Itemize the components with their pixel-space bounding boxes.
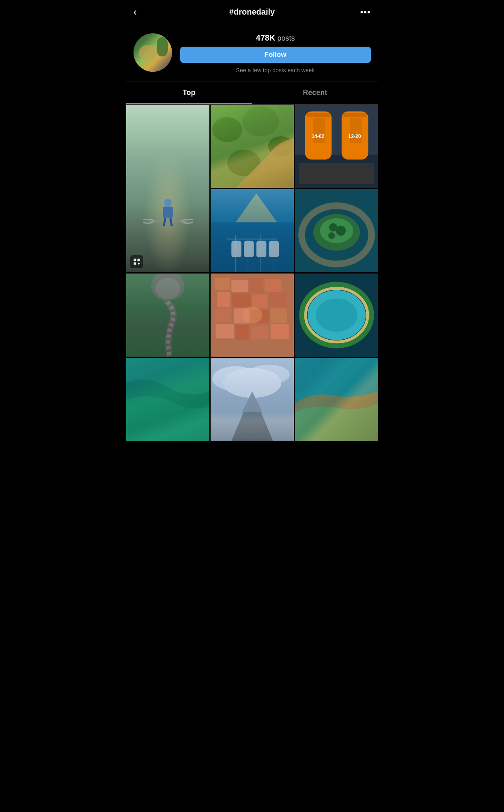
lagoon-illustration	[295, 274, 378, 357]
svg-rect-2	[134, 263, 136, 265]
svg-point-13	[212, 117, 242, 142]
svg-rect-38	[256, 241, 266, 257]
menu-button[interactable]: •••	[355, 7, 371, 17]
svg-rect-57	[232, 293, 250, 307]
grid-item-8[interactable]	[295, 274, 378, 357]
svg-rect-66	[251, 326, 268, 339]
reel-indicator	[130, 255, 143, 268]
svg-point-8	[164, 199, 172, 207]
svg-point-45	[336, 226, 346, 236]
back-button[interactable]: ‹	[134, 6, 150, 18]
follow-button[interactable]: Follow	[180, 47, 371, 63]
forest-illustration	[211, 105, 294, 188]
posts-count: 478K posts	[180, 33, 371, 43]
hashtag-avatar	[134, 33, 172, 72]
grid-item-11[interactable]	[295, 358, 378, 441]
svg-rect-0	[134, 259, 136, 261]
svg-rect-59	[269, 292, 287, 307]
svg-rect-56	[217, 292, 230, 307]
road-illustration	[126, 274, 209, 357]
profile-info: 478K posts Follow See a few top posts ea…	[180, 33, 371, 73]
svg-text:14-02: 14-02	[312, 134, 325, 139]
svg-point-71	[316, 299, 358, 332]
svg-line-11	[170, 218, 172, 226]
svg-rect-19	[299, 163, 374, 184]
reel-play-icon	[133, 258, 140, 265]
svg-rect-64	[215, 324, 234, 338]
grid-item-3[interactable]: 14-02 12-20	[295, 105, 378, 188]
marina-illustration	[211, 189, 294, 272]
svg-rect-67	[270, 324, 289, 339]
island-illustration	[295, 189, 378, 272]
svg-rect-24	[343, 113, 366, 117]
avatar-image	[134, 33, 172, 72]
svg-point-68	[242, 307, 262, 323]
tab-top[interactable]: Top	[126, 82, 252, 104]
posts-number: 478K	[256, 33, 276, 42]
water-aerial-illustration	[126, 358, 209, 441]
svg-rect-60	[215, 308, 231, 322]
profile-section: 478K posts Follow See a few top posts ea…	[126, 24, 378, 82]
svg-rect-52	[215, 278, 230, 290]
svg-rect-37	[244, 241, 254, 257]
follow-hint: See a few top posts each week	[180, 67, 371, 73]
svg-point-50	[155, 278, 180, 299]
page-header: ‹ #dronedaily •••	[126, 0, 378, 24]
reel-icon-bg	[130, 255, 143, 268]
tabs-nav: Top Recent	[126, 82, 378, 105]
svg-rect-36	[231, 241, 241, 257]
svg-rect-63	[270, 308, 287, 323]
grid-item-9[interactable]	[126, 358, 209, 441]
svg-rect-1	[137, 259, 140, 261]
grid-item-6[interactable]	[126, 274, 209, 357]
svg-point-46	[328, 233, 335, 239]
svg-rect-21	[306, 113, 330, 117]
avatar-photo	[134, 33, 172, 72]
mountain-clouds-illustration	[211, 358, 294, 441]
svg-rect-65	[235, 325, 249, 340]
person-drone-illustration	[143, 180, 193, 247]
svg-marker-3	[138, 263, 140, 265]
grid-item-7[interactable]	[211, 274, 294, 357]
grid-item-1[interactable]	[126, 105, 209, 272]
svg-rect-39	[269, 241, 279, 257]
svg-rect-25	[350, 118, 362, 143]
page-title: #dronedaily	[150, 7, 355, 17]
boats-illustration: 14-02 12-20	[295, 105, 378, 188]
svg-rect-55	[265, 279, 281, 292]
village-illustration	[211, 274, 294, 357]
svg-rect-22	[313, 118, 325, 143]
svg-rect-54	[250, 278, 263, 293]
svg-point-14	[242, 106, 278, 136]
svg-rect-58	[252, 294, 267, 308]
coast-illustration	[295, 358, 378, 441]
grid-item-4[interactable]	[211, 189, 294, 272]
svg-line-10	[164, 218, 165, 226]
posts-label: posts	[275, 34, 295, 42]
svg-rect-9	[163, 207, 173, 218]
grid-item-2[interactable]	[211, 105, 294, 188]
svg-text:12-20: 12-20	[348, 134, 361, 139]
tab-recent[interactable]: Recent	[252, 82, 378, 104]
photo-grid: 14-02 12-20	[126, 105, 378, 441]
grid-item-10[interactable]	[211, 358, 294, 441]
svg-rect-53	[231, 280, 248, 292]
grid-item-5[interactable]	[295, 189, 378, 272]
